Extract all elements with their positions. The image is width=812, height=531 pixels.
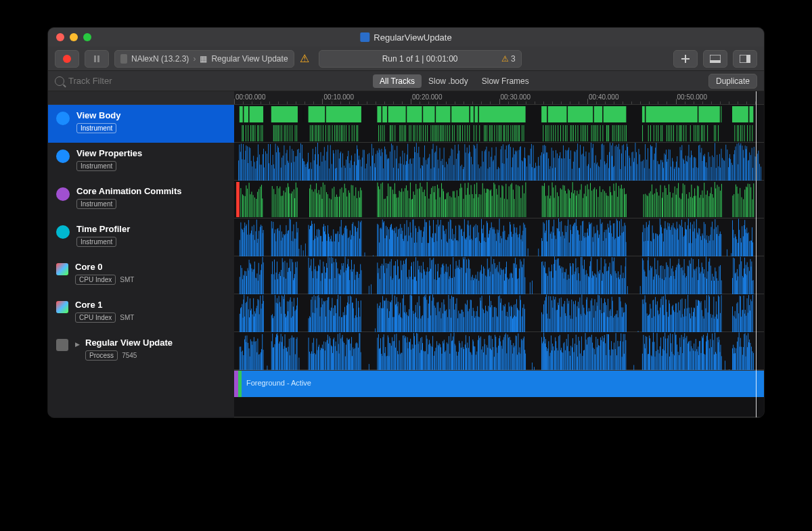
- warning-icon[interactable]: ⚠︎: [300, 52, 309, 65]
- add-button[interactable]: [673, 50, 698, 68]
- inspector-button[interactable]: [733, 50, 757, 68]
- track-head[interactable]: ▶Regular View UpdateProcess7545: [48, 332, 234, 370]
- track-lane[interactable]: [234, 105, 764, 143]
- svg-rect-2363: [464, 317, 464, 332]
- svg-rect-3079: [672, 334, 673, 370]
- track-lane[interactable]: [234, 256, 764, 294]
- svg-rect-887: [449, 196, 450, 217]
- svg-rect-1078: [746, 187, 746, 217]
- svg-rect-471: [474, 145, 475, 181]
- svg-rect-818: [345, 188, 346, 217]
- warn-badge[interactable]: ⚠︎ 3: [501, 54, 516, 64]
- svg-rect-141: [491, 125, 491, 141]
- timeline-lanes[interactable]: 00:00.00000:10.00000:20.00000:30.00000:4…: [234, 91, 764, 417]
- track-lane[interactable]: [234, 143, 764, 181]
- svg-rect-376: [375, 167, 376, 181]
- svg-rect-2194: [294, 298, 294, 332]
- svg-rect-3158: [747, 347, 748, 370]
- track-lane[interactable]: [234, 181, 764, 218]
- svg-rect-2230: [334, 305, 335, 332]
- app-state-lane[interactable]: Foreground - Active: [234, 370, 764, 397]
- svg-rect-1000: [616, 183, 616, 217]
- time-ruler[interactable]: 00:00.00000:10.00000:20.00000:30.00000:4…: [234, 91, 764, 105]
- svg-rect-667: [675, 167, 675, 181]
- svg-rect-1400: [551, 239, 552, 256]
- svg-rect-3056: [652, 342, 653, 370]
- svg-rect-268: [264, 168, 265, 181]
- track-lane[interactable]: [234, 294, 764, 332]
- svg-rect-2032: [660, 278, 660, 294]
- svg-rect-2707: [309, 338, 309, 370]
- svg-rect-619: [625, 150, 626, 181]
- svg-rect-3162: [750, 343, 750, 370]
- run-status-bar[interactable]: Run 1 of 1 | 00:01:00 ⚠︎ 3: [319, 50, 522, 68]
- target-path[interactable]: NAlexN (13.2.3) › ▦ Regular View Update: [114, 50, 294, 68]
- record-button[interactable]: [55, 50, 79, 68]
- svg-rect-642: [650, 145, 651, 181]
- svg-rect-1648: [272, 261, 273, 294]
- svg-rect-2076: [698, 280, 698, 294]
- svg-rect-1003: [620, 189, 621, 217]
- svg-rect-1160: [322, 241, 323, 256]
- svg-rect-2324: [429, 296, 430, 332]
- pause-button[interactable]: [85, 50, 109, 68]
- svg-rect-2231: [335, 305, 336, 332]
- svg-rect-2767: [359, 333, 360, 370]
- zoom-icon[interactable]: [83, 33, 91, 41]
- track-head[interactable]: Core Animation CommitsInstrument: [48, 181, 234, 218]
- svg-rect-601: [608, 168, 609, 181]
- svg-rect-1396: [548, 220, 549, 256]
- track-head[interactable]: View PropertiesInstrument: [48, 143, 234, 181]
- svg-rect-2973: [563, 343, 564, 370]
- close-icon[interactable]: [56, 33, 64, 41]
- svg-rect-2977: [567, 346, 568, 370]
- playhead[interactable]: [756, 91, 757, 417]
- svg-rect-393: [391, 143, 392, 181]
- svg-rect-457: [459, 151, 459, 181]
- track-lane[interactable]: [234, 218, 764, 256]
- track-head[interactable]: Time ProfilerInstrument: [48, 218, 234, 256]
- svg-rect-3104: [693, 350, 694, 370]
- svg-rect-1627: [248, 268, 248, 294]
- svg-rect-1218: [386, 226, 386, 256]
- track-head[interactable]: View BodyInstrument: [48, 105, 234, 143]
- track-head[interactable]: Core 1CPU IndexSMT: [48, 294, 234, 332]
- svg-rect-1224: [390, 225, 391, 256]
- svg-rect-2579: [683, 317, 684, 332]
- svg-rect-2736: [333, 339, 334, 370]
- svg-rect-974: [580, 189, 581, 217]
- svg-rect-803: [324, 185, 325, 217]
- svg-rect-2392: [491, 301, 491, 332]
- tab-slow-body[interactable]: Slow .body: [422, 74, 475, 88]
- svg-rect-2482: [585, 315, 586, 332]
- svg-rect-1620: [242, 268, 242, 294]
- svg-rect-1152: [315, 239, 315, 256]
- svg-rect-763: [253, 195, 254, 217]
- svg-rect-1404: [555, 235, 556, 256]
- svg-rect-528: [533, 145, 534, 181]
- svg-rect-199: [623, 125, 623, 141]
- track-filter-input[interactable]: Track Filter: [55, 74, 366, 89]
- library-button[interactable]: [703, 50, 727, 68]
- svg-rect-2890: [479, 338, 480, 370]
- tab-all-tracks[interactable]: All Tracks: [373, 74, 422, 88]
- track-head[interactable]: Core 0CPU IndexSMT: [48, 256, 234, 294]
- minimize-icon[interactable]: [70, 33, 78, 41]
- tab-slow-frames[interactable]: Slow Frames: [475, 74, 536, 88]
- svg-rect-2768: [359, 333, 360, 370]
- svg-rect-1362: [503, 225, 504, 256]
- titlebar[interactable]: RegularViewUpdate: [48, 28, 764, 47]
- svg-rect-2088: [708, 271, 708, 294]
- svg-rect-370: [369, 153, 369, 181]
- svg-rect-1326: [474, 226, 475, 256]
- track-lane[interactable]: [234, 332, 764, 370]
- svg-rect-1722: [345, 256, 346, 294]
- svg-rect-2354: [455, 304, 456, 332]
- svg-rect-2384: [483, 310, 484, 332]
- duplicate-button[interactable]: Duplicate: [708, 74, 757, 89]
- svg-rect-2971: [562, 352, 562, 370]
- svg-rect-1557: [700, 229, 700, 256]
- svg-rect-2327: [432, 301, 432, 332]
- svg-rect-1881: [498, 272, 499, 294]
- disclosure-icon[interactable]: ▶: [75, 341, 80, 365]
